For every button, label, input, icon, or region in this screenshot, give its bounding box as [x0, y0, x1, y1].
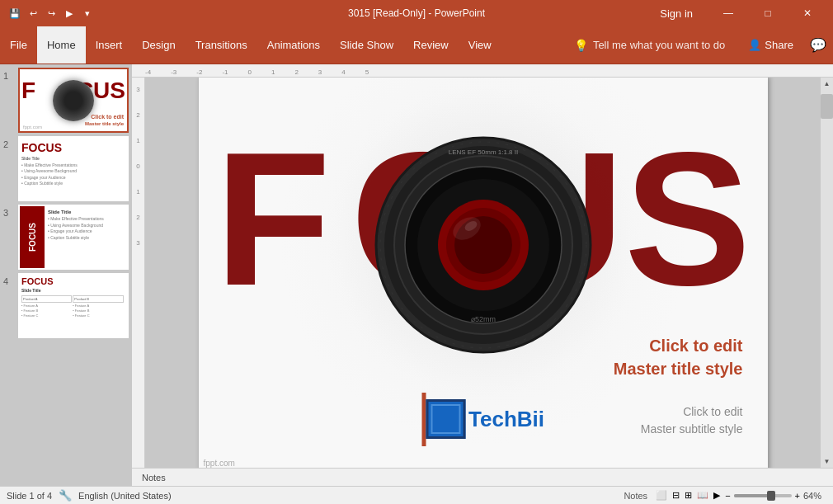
close-button[interactable]: ✕ [788, 0, 826, 26]
comment-icon: 💬 [810, 37, 826, 53]
dropdown-button[interactable]: ▾ [79, 5, 96, 21]
title-bar-left: 💾 ↩ ↪ ▶ ▾ [7, 5, 96, 21]
scroll-track [821, 90, 833, 455]
tab-home[interactable]: Home [37, 26, 86, 64]
view-slide-sorter-button[interactable]: ⊞ [685, 490, 692, 501]
tab-view[interactable]: View [459, 26, 501, 64]
quick-access-toolbar: 💾 ↩ ↪ ▶ ▾ [7, 5, 96, 21]
svg-text:LENS EF 50mm 1:1.8 II: LENS EF 50mm 1:1.8 II [448, 148, 517, 156]
view-reading-button[interactable]: 📖 [697, 490, 708, 501]
title-bar-right: Sign in — □ ✕ [650, 0, 826, 26]
view-outline-button[interactable]: ⊟ [672, 490, 680, 501]
slide-image-1[interactable]: F CUS fppt.com Click to edit Master titl… [18, 68, 129, 133]
slide-canvas: F CUS [199, 78, 768, 468]
slide-title-line2: Master title style [614, 357, 743, 380]
search-area[interactable]: 💡 Tell me what you want to do [561, 26, 738, 64]
slide-num-1: 1 [3, 71, 15, 81]
comments-button[interactable]: 💬 [803, 26, 833, 64]
fppt-label: fppt.com [204, 459, 235, 468]
ribbon: File Home Insert Design Transitions Anim… [0, 26, 833, 64]
scroll-thumb[interactable] [821, 94, 833, 119]
tab-animations[interactable]: Animations [257, 26, 330, 64]
notes-view-button[interactable]: Notes [620, 491, 651, 501]
slide-num-4: 4 [3, 276, 15, 286]
slide-title-box[interactable]: Click to edit Master title style [614, 334, 743, 380]
tab-insert[interactable]: Insert [86, 26, 133, 64]
slide-image-2[interactable]: FOCUS Slide Title • Make Effective Prese… [18, 136, 129, 201]
slide-subtitle-line2: Master subtitle style [641, 421, 743, 438]
slide-subtitle-line1: Click to edit [641, 403, 743, 421]
save-button[interactable]: 💾 [7, 5, 23, 21]
slide-info: Slide 1 of 4 [7, 491, 52, 501]
window-controls: — □ ✕ [709, 0, 826, 26]
zoom-thumb[interactable] [767, 491, 775, 501]
techbii-watermark: TechBii [421, 393, 544, 446]
zoom-slider[interactable] [734, 494, 792, 497]
tab-review[interactable]: Review [403, 26, 459, 64]
slide-thumb-1[interactable]: 1 F CUS fppt.com Click to edit Master ti… [3, 68, 129, 133]
scroll-down-button[interactable]: ▼ [821, 455, 833, 468]
slide-subtitle-box[interactable]: Click to edit Master subtitle style [641, 403, 743, 438]
main-area: 1 F CUS fppt.com Click to edit Master ti… [0, 64, 833, 486]
slide-thumb-2[interactable]: 2 FOCUS Slide Title • Make Effective Pre… [3, 136, 129, 201]
zoom-in-button[interactable]: + [795, 491, 800, 501]
status-left: Slide 1 of 4 🔧 English (United States) [7, 489, 172, 502]
camera-lens: ⌀52mm LENS EF 50mm 1:1.8 II [372, 134, 595, 356]
top-ruler: -4-3-2-1012345 [132, 64, 833, 78]
maximize-button[interactable]: □ [749, 0, 787, 26]
editor-body: 3210123 F CUS [132, 78, 833, 468]
undo-button[interactable]: ↩ [25, 5, 41, 21]
sign-in-button[interactable]: Sign in [650, 7, 703, 20]
status-bar: Slide 1 of 4 🔧 English (United States) N… [0, 486, 833, 504]
lightbulb-icon: 💡 [574, 39, 588, 52]
svg-text:⌀52mm: ⌀52mm [470, 315, 495, 323]
right-scrollbar[interactable]: ▲ ▼ [821, 78, 833, 468]
status-icon[interactable]: 🔧 [59, 489, 72, 502]
left-ruler: 3210123 [132, 78, 145, 468]
language-info: English (United States) [78, 491, 172, 501]
minimize-button[interactable]: — [709, 0, 747, 26]
scroll-up-button[interactable]: ▲ [821, 78, 833, 90]
slide-num-3: 3 [3, 208, 15, 218]
editor-area: -4-3-2-1012345 3210123 F CUS [132, 64, 833, 486]
zoom-control: − + 64% [725, 491, 826, 501]
notes-bar[interactable]: Notes [132, 468, 833, 486]
view-presenter-button[interactable]: ▶ [713, 490, 720, 501]
slide-canvas-area[interactable]: F CUS [145, 78, 821, 468]
zoom-out-button[interactable]: − [725, 491, 730, 501]
slide-title-line1: Click to edit [614, 334, 743, 357]
slide-num-2: 2 [3, 139, 15, 149]
view-normal-button[interactable]: ⬜ [656, 490, 667, 501]
techbii-text: TechBii [468, 407, 544, 432]
slide-image-4[interactable]: FOCUS Slide Title Product A Product B • … [18, 273, 129, 338]
zoom-level: 64% [803, 491, 826, 501]
tab-slideshow[interactable]: Slide Show [330, 26, 403, 64]
slide-thumb-3[interactable]: 3 FOCUS Slide Title • Make Effective Pre… [3, 205, 129, 270]
status-right: Notes ⬜ ⊟ ⊞ 📖 ▶ − + 64% [620, 490, 826, 501]
share-icon: 👤 [748, 39, 761, 51]
redo-button[interactable]: ↪ [43, 5, 59, 21]
tab-transitions[interactable]: Transitions [186, 26, 257, 64]
window-title: 3015 [Read-Only] - PowerPoint [348, 7, 485, 19]
title-bar: 💾 ↩ ↪ ▶ ▾ 3015 [Read-Only] - PowerPoint … [0, 0, 833, 26]
search-text[interactable]: Tell me what you want to do [593, 39, 725, 51]
slide-image-3[interactable]: FOCUS Slide Title • Make Effective Prese… [18, 205, 129, 270]
notes-label[interactable]: Notes [142, 473, 166, 483]
tab-file[interactable]: File [0, 26, 37, 64]
focus-f-letter: F [215, 125, 332, 314]
slide-thumb-4[interactable]: 4 FOCUS Slide Title Product A Product B … [3, 273, 129, 338]
present-button[interactable]: ▶ [61, 5, 78, 21]
tab-design[interactable]: Design [132, 26, 185, 64]
share-button[interactable]: 👤 Share [738, 26, 803, 64]
slide-panel[interactable]: 1 F CUS fppt.com Click to edit Master ti… [0, 64, 132, 486]
